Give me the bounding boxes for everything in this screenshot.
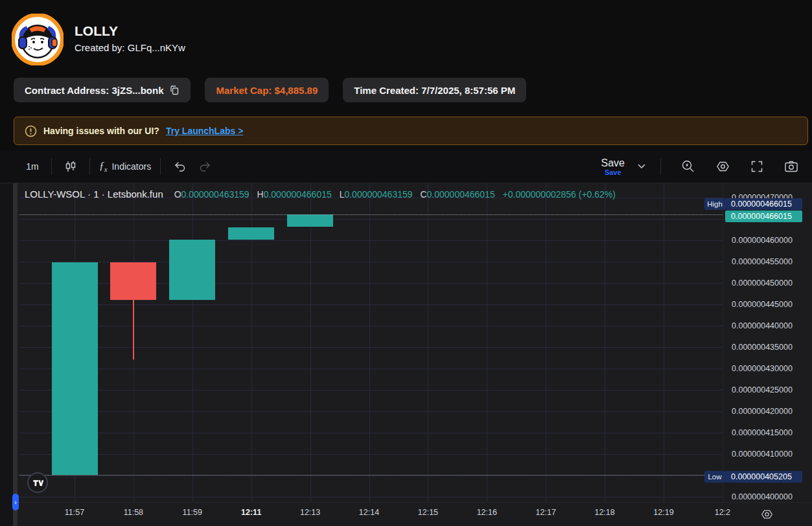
legend-close-label: C xyxy=(420,189,426,200)
toolbar-right: Save Save xyxy=(601,155,804,177)
toolbar-left: 1m ƒx Indicators xyxy=(19,155,218,177)
warning-message: Having issues with our UI? xyxy=(43,126,159,136)
candle-body xyxy=(287,214,333,227)
expand-toolbar-handle[interactable]: › xyxy=(12,494,19,510)
legend-open-value: 0.000000463159 xyxy=(181,189,249,200)
time-tick-label: 11:58 xyxy=(124,508,143,517)
chart-style-button[interactable] xyxy=(58,155,84,177)
gear-icon xyxy=(715,159,730,174)
time-tick-label: 12:2 xyxy=(715,508,730,517)
time-tick-label: 12:11 xyxy=(241,508,261,517)
time-tick-label: 12:13 xyxy=(300,508,320,517)
grid-line-horizontal xyxy=(19,475,723,476)
chevron-down-icon xyxy=(638,164,645,169)
undo-icon xyxy=(173,161,186,172)
low-price-tag: 0.000000405205 xyxy=(725,471,802,483)
toolbar-separator xyxy=(160,158,161,175)
contract-address-pill[interactable]: Contract Address: 3jZS...bonk xyxy=(14,78,191,102)
toolbar-splitter[interactable] xyxy=(13,183,17,526)
warning-icon xyxy=(25,125,37,137)
token-creator: Created by: GLFq...nKYw xyxy=(75,42,185,53)
time-tick-label: 12:15 xyxy=(418,508,438,517)
grid-line-horizontal xyxy=(19,240,723,241)
interval-button[interactable]: 1m xyxy=(19,155,45,177)
time-tick-label: 11:59 xyxy=(183,508,202,517)
market-cap-label: Market Cap: $4,885.89 xyxy=(216,85,318,96)
chart-settings-button[interactable] xyxy=(710,155,736,177)
candle-body xyxy=(52,262,98,474)
time-tick-label: 12:14 xyxy=(359,508,379,517)
save-button[interactable]: Save Save xyxy=(601,157,625,176)
indicators-label: Indicators xyxy=(111,161,151,172)
price-tick-label: 0.000000410000 xyxy=(732,449,793,459)
token-avatar xyxy=(12,14,64,65)
grid-line-horizontal xyxy=(19,454,723,455)
candle-body xyxy=(110,262,156,299)
quick-search-button[interactable] xyxy=(675,155,701,177)
redo-icon xyxy=(199,161,212,172)
time-tick-label: 12:19 xyxy=(653,508,673,517)
snapshot-button[interactable] xyxy=(778,155,804,177)
app-root: LOLLY Created by: GLFq...nKYw Contract A… xyxy=(0,0,812,526)
save-label: Save xyxy=(601,157,625,168)
save-sub-label: Save xyxy=(605,168,621,176)
grid-line-horizontal xyxy=(19,326,723,326)
info-pills: Contract Address: 3jZS...bonk Market Cap… xyxy=(14,78,526,102)
time-tick-label: 11:57 xyxy=(65,508,84,517)
time-axis-settings-button[interactable] xyxy=(760,507,774,521)
toolbar-separator xyxy=(660,158,661,175)
chevron-right-icon: › xyxy=(14,499,16,506)
price-tick-label: 0.000000445000 xyxy=(732,299,793,310)
low-price-line xyxy=(19,475,723,475)
chart-legend: LOLLY-WSOL · 1 · Letsbonk.fun O0.0000004… xyxy=(25,189,616,200)
market-cap-pill: Market Cap: $4,885.89 xyxy=(205,78,329,102)
warning-banner: Having issues with our UI? Try LaunchLab… xyxy=(14,117,808,145)
legend-high-value: 0.000000466015 xyxy=(264,189,332,200)
price-tick-label: 0.000000460000 xyxy=(732,235,793,246)
launchlabs-link[interactable]: Try LaunchLabs > xyxy=(166,126,243,136)
high-price-tag: 0.000000466015 xyxy=(725,198,802,210)
drawing-toolbar-rail xyxy=(0,183,13,526)
time-tick-label: 12:16 xyxy=(477,508,497,517)
fullscreen-icon xyxy=(750,159,764,174)
toolbar-separator xyxy=(89,158,90,175)
price-tick-label: 0.000000430000 xyxy=(732,363,793,374)
time-created-pill: Time Created: 7/7/2025, 8:57:56 PM xyxy=(343,78,526,102)
fullscreen-button[interactable] xyxy=(744,155,770,177)
price-tick-label: 0.000000440000 xyxy=(732,321,793,331)
undo-button[interactable] xyxy=(167,155,192,177)
price-axis[interactable]: 0.000000466015 0.000000466015 0.00000040… xyxy=(723,183,812,502)
legend-close-value: 0.000000466015 xyxy=(427,189,495,200)
legend-symbol: LOLLY-WSOL · 1 · Letsbonk.fun xyxy=(25,189,163,200)
time-created-label: Time Created: 7/7/2025, 8:57:56 PM xyxy=(354,85,515,96)
token-name: LOLLY xyxy=(75,23,118,39)
time-tick-label: 12:17 xyxy=(536,508,556,517)
chart-widget: 1m ƒx Indicators xyxy=(0,150,812,526)
grid-line-horizontal xyxy=(19,347,723,348)
toolbar-separator xyxy=(51,158,52,175)
camera-icon xyxy=(783,159,799,174)
price-tick-label: 0.000000420000 xyxy=(732,406,793,417)
legend-high-label: H xyxy=(257,189,264,200)
legend-low-value: 0.000000463159 xyxy=(344,189,412,200)
tradingview-logo[interactable] xyxy=(27,472,48,493)
fx-icon: ƒx xyxy=(99,160,107,173)
copy-icon[interactable] xyxy=(169,85,180,95)
chart-toolbar: 1m ƒx Indicators xyxy=(0,150,812,183)
candlestick-icon xyxy=(64,160,77,173)
save-menu-button[interactable] xyxy=(629,155,655,177)
low-badge: Low xyxy=(704,471,725,483)
redo-button[interactable] xyxy=(192,155,218,177)
price-tick-label: 0.000000450000 xyxy=(732,278,793,288)
time-axis[interactable]: 11:5711:5811:5912:1112:1312:1412:1512:16… xyxy=(0,502,812,526)
chart-area: LOLLY-WSOL · 1 · Letsbonk.fun O0.0000004… xyxy=(0,183,812,526)
indicators-button[interactable]: ƒx Indicators xyxy=(96,155,154,177)
price-tick-label: 0.000000425000 xyxy=(732,385,793,395)
contract-address-label: Contract Address: 3jZS...bonk xyxy=(25,85,163,96)
grid-line-horizontal xyxy=(19,411,723,412)
current-price-tag: 0.000000466015 xyxy=(725,211,802,222)
plot-region[interactable]: LOLLY-WSOL · 1 · Letsbonk.fun O0.0000004… xyxy=(19,183,723,502)
time-tick-label: 12:18 xyxy=(594,508,614,517)
candle-body xyxy=(169,240,215,300)
price-tick-label: 0.000000415000 xyxy=(732,428,793,438)
